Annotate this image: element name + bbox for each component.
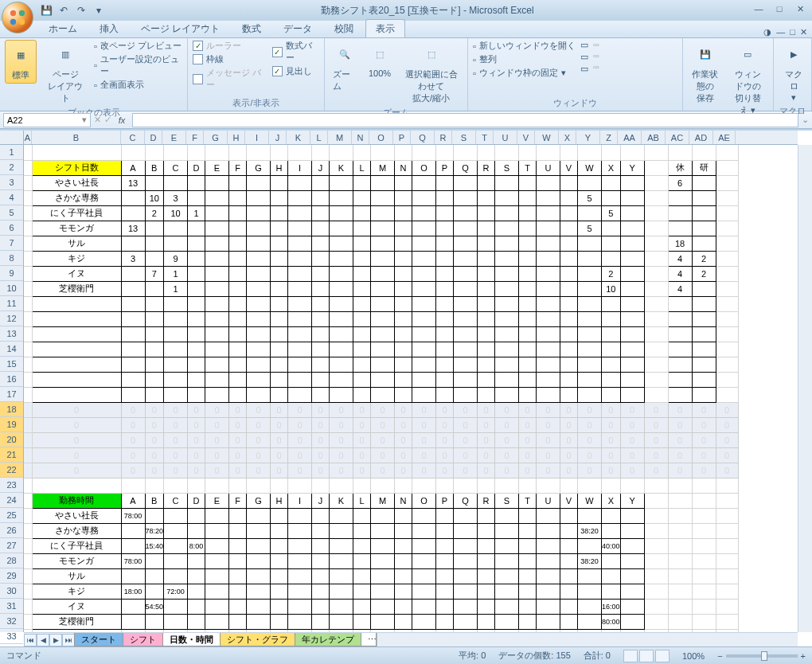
row-header-21[interactable]: 21: [0, 447, 23, 463]
redo-icon[interactable]: ↷: [75, 4, 88, 17]
col-header-O[interactable]: O: [369, 131, 393, 144]
col-header-S[interactable]: S: [452, 131, 476, 144]
row-header-5[interactable]: 5: [0, 205, 23, 221]
ribbon-tab-5[interactable]: 校閲: [324, 19, 364, 37]
row-header-15[interactable]: 15: [0, 357, 23, 372]
row-header-10[interactable]: 10: [0, 281, 23, 296]
col-header-K[interactable]: K: [287, 131, 310, 144]
sheet-tab-スタート[interactable]: スタート: [74, 633, 123, 646]
row-header-28[interactable]: 28: [0, 553, 23, 568]
row-header-6[interactable]: 6: [0, 221, 23, 236]
enter-icon[interactable]: ✓: [104, 115, 111, 125]
select-all-corner[interactable]: [0, 131, 24, 145]
name-box[interactable]: A22▾: [3, 113, 91, 127]
row-header-12[interactable]: 12: [0, 311, 23, 326]
col-header-F[interactable]: F: [186, 131, 204, 144]
view-break-icon[interactable]: [655, 650, 670, 662]
zoom-level[interactable]: 100%: [682, 651, 705, 661]
split-button[interactable]: ▭: [580, 40, 588, 50]
zoom-in-button[interactable]: +: [801, 651, 806, 661]
row-header-16[interactable]: 16: [0, 372, 23, 387]
tab-nav-first[interactable]: ⏮: [24, 634, 37, 646]
col-header-J[interactable]: J: [269, 131, 287, 144]
zoom-slider[interactable]: [726, 654, 798, 658]
row-header-30[interactable]: 30: [0, 584, 23, 599]
row-header-29[interactable]: 29: [0, 568, 23, 584]
col-header-X[interactable]: X: [559, 131, 576, 144]
col-header-T[interactable]: T: [476, 131, 494, 144]
col-header-Z[interactable]: Z: [600, 131, 618, 144]
col-header-AD[interactable]: AD: [689, 131, 713, 144]
row-header-32[interactable]: 32: [0, 614, 23, 629]
cancel-icon[interactable]: ✕: [94, 115, 101, 125]
save-workspace-button[interactable]: 💾作業状態の 保存: [688, 40, 723, 106]
row-header-31[interactable]: 31: [0, 599, 23, 614]
col-header-G[interactable]: G: [204, 131, 228, 144]
help-icon[interactable]: ◑: [763, 27, 771, 37]
col-header-V[interactable]: V: [517, 131, 535, 144]
new-window-button[interactable]: ▫ 新しいウィンドウを開く: [473, 40, 576, 52]
ribbon-tab-3[interactable]: 数式: [232, 19, 271, 37]
view-normal-icon[interactable]: [623, 650, 638, 662]
row-header-8[interactable]: 8: [0, 251, 23, 266]
row-header-24[interactable]: 24: [0, 493, 23, 508]
ribbon-tab-4[interactable]: データ: [273, 19, 322, 37]
row-header-33[interactable]: 33: [0, 629, 23, 644]
zoom-selection-button[interactable]: ⬚選択範囲に合わせて 拡大/縮小: [400, 40, 463, 106]
tab-nav-next[interactable]: ▶: [49, 634, 62, 646]
mdi-min-icon[interactable]: —: [776, 27, 785, 37]
ribbon-tab-0[interactable]: ホーム: [38, 19, 88, 37]
arrange-button[interactable]: ▫ 整列: [473, 53, 576, 65]
ribbon-tab-2[interactable]: ページ レイアウト: [131, 19, 230, 37]
row-header-14[interactable]: 14: [0, 342, 23, 357]
checkbox-見出し[interactable]: ✓ 見出し: [272, 65, 319, 77]
col-header-Q[interactable]: Q: [411, 131, 435, 144]
fx-icon[interactable]: fx: [115, 115, 129, 125]
tab-nav-prev[interactable]: ◀: [37, 634, 49, 646]
col-header-R[interactable]: R: [435, 131, 452, 144]
ribbon-tab-6[interactable]: 表示: [365, 19, 405, 37]
formula-bar[interactable]: [132, 113, 798, 127]
row-header-18[interactable]: 18: [0, 402, 23, 417]
row-header-17[interactable]: 17: [0, 387, 23, 402]
row-header-11[interactable]: 11: [0, 296, 23, 311]
row-header-7[interactable]: 7: [0, 236, 23, 251]
horizontal-scrollbar[interactable]: [377, 633, 798, 646]
unhide-button[interactable]: ▭: [580, 64, 588, 74]
row-header-23[interactable]: 23: [0, 478, 23, 493]
mdi-restore-icon[interactable]: □: [790, 27, 795, 37]
col-header-AE[interactable]: AE: [713, 131, 736, 144]
sheet-tab-シフト・グラフ[interactable]: シフト・グラフ: [220, 633, 295, 646]
row-header-3[interactable]: 3: [0, 175, 23, 190]
hide-button[interactable]: ▭: [580, 52, 588, 62]
col-header-W[interactable]: W: [535, 131, 559, 144]
row-header-26[interactable]: 26: [0, 523, 23, 538]
switch-windows-button[interactable]: ▭ウィンドウの 切り替え ▾: [728, 40, 768, 118]
col-header-N[interactable]: N: [352, 131, 369, 144]
maximize-button[interactable]: □: [771, 4, 788, 17]
tab-nav-last[interactable]: ⏭: [62, 634, 75, 646]
col-header-AA[interactable]: AA: [618, 131, 642, 144]
freeze-panes-button[interactable]: ▫ ウィンドウ枠の固定 ▾: [473, 67, 576, 79]
col-header-B[interactable]: B: [32, 131, 121, 144]
macros-button[interactable]: ▶マクロ ▾: [779, 40, 809, 104]
row-header-4[interactable]: 4: [0, 190, 23, 205]
sheet-tab-日数・時間[interactable]: 日数・時間: [162, 633, 221, 646]
view-normal-button[interactable]: ▦標準: [5, 40, 37, 84]
qat-dropdown-icon[interactable]: ▾: [92, 4, 105, 17]
col-header-Y[interactable]: Y: [576, 131, 600, 144]
sheet-tab-年カレテンプ[interactable]: 年カレテンプ: [295, 633, 361, 646]
row-header-22[interactable]: 22: [0, 463, 23, 478]
zoom-out-button[interactable]: −: [717, 651, 722, 661]
col-header-M[interactable]: M: [328, 131, 352, 144]
new-sheet-button[interactable]: ⋯: [361, 633, 377, 646]
col-header-D[interactable]: D: [145, 131, 162, 144]
full-screen-button[interactable]: ▫ 全画面表示: [94, 79, 182, 91]
row-header-13[interactable]: 13: [0, 326, 23, 342]
save-icon[interactable]: 💾: [40, 4, 53, 17]
col-header-A[interactable]: A: [24, 131, 32, 144]
checkbox-数式バー[interactable]: ✓ 数式バー: [272, 40, 319, 64]
col-header-AB[interactable]: AB: [642, 131, 666, 144]
expand-formula-icon[interactable]: ⌄: [802, 115, 809, 125]
view-layout-icon[interactable]: [639, 650, 654, 662]
